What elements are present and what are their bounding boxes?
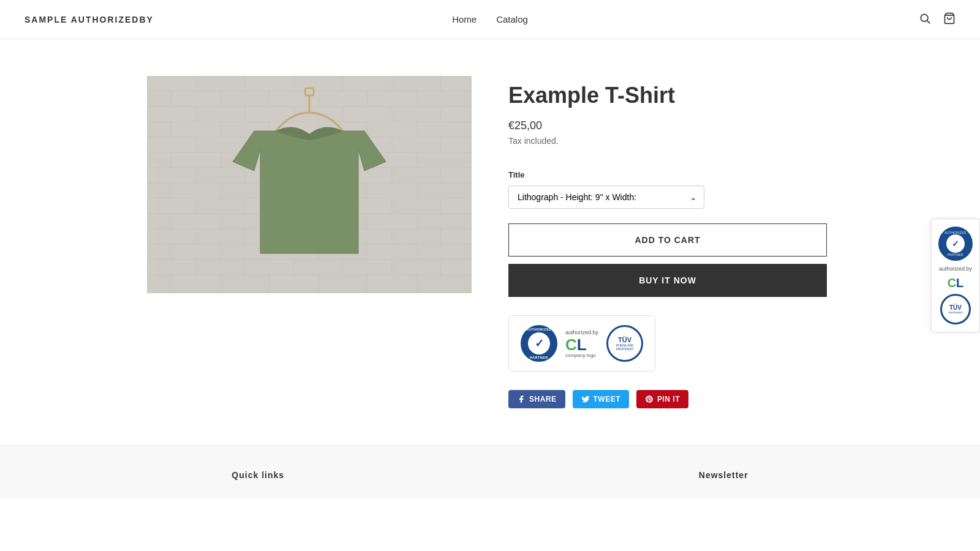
svg-rect-90 [245,260,294,275]
svg-rect-60 [147,198,196,214]
svg-rect-15 [318,91,368,107]
nav-home[interactable]: Home [452,14,477,24]
svg-rect-93 [392,260,441,275]
main-content: Example T-Shirt €25,00 Tax included. Tit… [123,76,858,408]
svg-rect-23 [392,107,441,122]
svg-rect-45 [417,152,472,168]
authorized-partner-badge: AUTHORIZED ✓ PARTNER [518,322,560,365]
svg-rect-9 [392,76,441,91]
svg-rect-30 [368,122,417,137]
auth-bottom-text: PARTNER [530,356,548,359]
product-image [147,76,472,293]
sidebar-tuv-subtext: RHEINLAND [948,311,962,314]
svg-rect-88 [147,260,196,275]
svg-rect-79 [392,229,441,244]
svg-rect-6 [245,76,294,91]
facebook-share-label: SHARE [529,395,557,403]
svg-rect-59 [417,183,472,198]
tuv-text: TÜV [618,336,631,343]
title-select-wrapper: Lithograph - Height: 9" x Width: ⌄ [508,186,704,209]
svg-rect-99 [318,275,368,293]
nav-catalog[interactable]: Catalog [496,14,528,24]
svg-rect-67 [147,214,172,229]
svg-rect-7 [294,76,343,91]
sidebar-authorized-badge: AUTHORIZED ✓ PARTNER [938,227,973,261]
tuv-badge: TÜV RHEINLAND SHOPIDENT [603,322,646,365]
svg-rect-68 [172,214,221,229]
buy-now-button[interactable]: BUY IT NOW [508,264,827,297]
twitter-share-button[interactable]: TWEET [573,390,630,408]
title-select[interactable]: Lithograph - Height: 9" x Width: [508,186,704,209]
pinterest-share-button[interactable]: PIN IT [636,390,688,408]
svg-rect-91 [294,260,343,275]
svg-rect-80 [441,229,472,244]
svg-rect-96 [172,275,221,293]
company-logo-letters: CL [565,337,587,353]
svg-point-0 [921,14,928,21]
svg-rect-73 [417,214,472,229]
sidebar-tuv-text: TÜV [949,304,962,311]
svg-rect-53 [147,183,172,198]
share-buttons: SHARE TWEET PIN IT [508,390,833,408]
svg-rect-74 [147,229,196,244]
svg-rect-10 [441,76,472,91]
footer-quick-links-heading: Quick links [232,470,284,480]
svg-rect-94 [441,260,472,275]
add-to-cart-button[interactable]: ADD TO CART [508,223,827,257]
svg-rect-18 [147,107,196,122]
svg-rect-8 [343,76,392,91]
svg-rect-89 [196,260,245,275]
pinterest-share-label: PIN IT [657,395,680,403]
search-icon[interactable] [919,12,931,26]
title-label: Title [508,170,833,179]
trust-badges-container: AUTHORIZED ✓ PARTNER authorized.by CL co… [508,315,655,372]
svg-rect-95 [147,275,172,293]
svg-line-1 [927,21,930,24]
product-details: Example T-Shirt €25,00 Tax included. Tit… [508,76,833,408]
product-title: Example T-Shirt [508,82,833,108]
header-icons [919,12,956,26]
svg-rect-40 [172,152,221,168]
facebook-share-button[interactable]: SHARE [508,390,565,408]
svg-rect-16 [368,91,417,107]
svg-rect-11 [147,91,172,107]
sidebar-authorized-by-text: authorized.by [939,266,972,272]
company-logo-subtext: company logo [565,353,596,358]
svg-rect-87 [417,244,472,260]
product-image-container [147,76,472,408]
svg-rect-101 [417,275,472,293]
svg-rect-81 [147,244,172,260]
svg-rect-12 [172,91,221,107]
product-tax-note: Tax included. [508,136,833,146]
main-nav: Home Catalog [452,14,528,24]
sidebar-trust-badge: AUTHORIZED ✓ PARTNER authorized.by CL TÜ… [931,219,980,332]
svg-rect-92 [343,260,392,275]
svg-rect-46 [147,168,196,183]
svg-rect-75 [196,229,245,244]
svg-rect-25 [147,122,172,137]
svg-rect-72 [368,214,417,229]
svg-rect-86 [368,244,417,260]
svg-rect-26 [172,122,221,137]
svg-rect-39 [147,152,172,168]
footer-newsletter-heading: Newsletter [699,470,748,480]
footer-quick-links: Quick links [232,470,284,486]
svg-rect-22 [343,107,392,122]
svg-rect-33 [196,137,245,152]
svg-rect-32 [147,137,196,152]
svg-rect-24 [441,107,472,122]
cart-icon[interactable] [943,12,956,26]
svg-rect-97 [221,275,270,293]
svg-rect-19 [196,107,245,122]
svg-rect-52 [441,168,472,183]
svg-rect-13 [221,91,270,107]
svg-rect-5 [196,76,245,91]
svg-rect-65 [392,198,441,214]
svg-rect-100 [368,275,417,293]
svg-rect-58 [368,183,417,198]
header: SAMPLE AUTHORIZEDBY Home Catalog [0,0,980,39]
svg-rect-38 [441,137,472,152]
svg-rect-51 [392,168,441,183]
company-logo-badge: authorized.by CL company logo [560,322,603,365]
product-price: €25,00 [508,119,833,132]
